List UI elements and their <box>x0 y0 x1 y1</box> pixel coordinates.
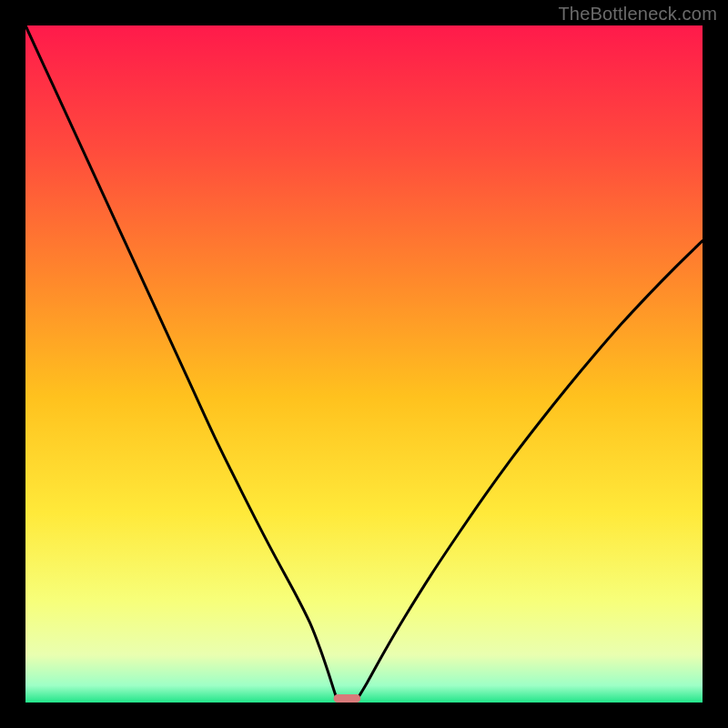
watermark-text: TheBottleneck.com <box>558 4 717 25</box>
plot-background <box>25 25 703 703</box>
optimal-range-marker <box>334 694 361 703</box>
chart-frame: TheBottleneck.com <box>0 0 728 728</box>
bottleneck-plot <box>0 0 728 728</box>
